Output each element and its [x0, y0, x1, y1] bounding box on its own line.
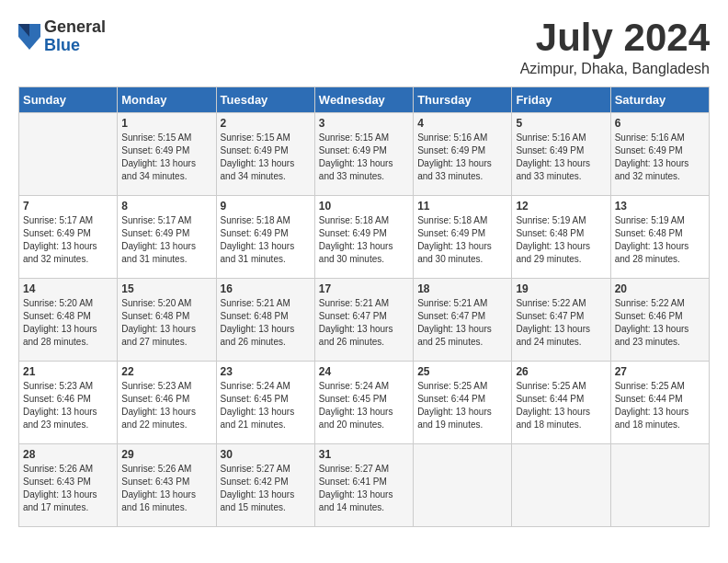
sunset-text: Sunset: 6:49 PM	[221, 144, 311, 157]
day-info: Sunrise: 5:26 AMSunset: 6:43 PMDaylight:…	[23, 463, 113, 514]
day-number: 24	[319, 365, 409, 378]
daylight-text: Daylight: 13 hours and 34 minutes.	[221, 157, 311, 183]
sunrise-text: Sunrise: 5:16 AM	[516, 132, 606, 144]
calendar-day-cell: 23Sunrise: 5:24 AMSunset: 6:45 PMDayligh…	[216, 362, 314, 444]
daylight-text: Daylight: 13 hours and 22 minutes.	[121, 406, 211, 431]
day-info: Sunrise: 5:24 AMSunset: 6:45 PMDaylight:…	[319, 380, 409, 431]
day-number: 29	[121, 448, 211, 461]
sunset-text: Sunset: 6:44 PM	[615, 393, 705, 406]
calendar-header-cell: Sunday	[19, 87, 118, 113]
daylight-text: Daylight: 13 hours and 29 minutes.	[516, 240, 606, 266]
day-number: 30	[221, 448, 311, 461]
sunset-text: Sunset: 6:49 PM	[319, 227, 409, 240]
sunrise-text: Sunrise: 5:24 AM	[221, 380, 311, 393]
calendar-week-row: 1Sunrise: 5:15 AMSunset: 6:49 PMDaylight…	[19, 113, 710, 196]
sunset-text: Sunset: 6:45 PM	[221, 393, 311, 406]
day-number: 12	[516, 200, 606, 213]
sunset-text: Sunset: 6:45 PM	[319, 393, 409, 406]
calendar-day-cell	[610, 444, 709, 527]
daylight-text: Daylight: 13 hours and 19 minutes.	[417, 406, 507, 431]
sunrise-text: Sunrise: 5:25 AM	[615, 380, 705, 393]
day-info: Sunrise: 5:25 AMSunset: 6:44 PMDaylight:…	[615, 380, 705, 431]
calendar-day-cell: 15Sunrise: 5:20 AMSunset: 6:48 PMDayligh…	[118, 279, 216, 362]
sunrise-text: Sunrise: 5:23 AM	[121, 380, 211, 393]
sunset-text: Sunset: 6:42 PM	[221, 476, 311, 488]
calendar-day-cell: 19Sunrise: 5:22 AMSunset: 6:47 PMDayligh…	[512, 279, 610, 362]
day-number: 31	[319, 448, 409, 461]
calendar-day-cell: 20Sunrise: 5:22 AMSunset: 6:46 PMDayligh…	[610, 279, 709, 362]
sunrise-text: Sunrise: 5:19 AM	[516, 214, 606, 227]
sunrise-text: Sunrise: 5:23 AM	[23, 380, 113, 393]
calendar-day-cell: 2Sunrise: 5:15 AMSunset: 6:49 PMDaylight…	[216, 113, 314, 196]
calendar-day-cell: 16Sunrise: 5:21 AMSunset: 6:48 PMDayligh…	[216, 279, 314, 362]
sunrise-text: Sunrise: 5:25 AM	[516, 380, 606, 393]
daylight-text: Daylight: 13 hours and 33 minutes.	[417, 157, 507, 183]
month-title: July 2024	[520, 18, 710, 57]
calendar-header-cell: Tuesday	[216, 87, 314, 113]
sunset-text: Sunset: 6:48 PM	[516, 227, 606, 240]
sunset-text: Sunset: 6:44 PM	[417, 393, 507, 406]
calendar-day-cell: 27Sunrise: 5:25 AMSunset: 6:44 PMDayligh…	[610, 362, 709, 444]
sunrise-text: Sunrise: 5:24 AM	[319, 380, 409, 393]
calendar-day-cell: 9Sunrise: 5:18 AMSunset: 6:49 PMDaylight…	[216, 196, 314, 279]
logo-general: General	[44, 18, 106, 37]
day-info: Sunrise: 5:22 AMSunset: 6:47 PMDaylight:…	[516, 297, 606, 349]
day-number: 28	[23, 448, 113, 461]
calendar-day-cell: 11Sunrise: 5:18 AMSunset: 6:49 PMDayligh…	[414, 196, 512, 279]
day-info: Sunrise: 5:22 AMSunset: 6:46 PMDaylight:…	[615, 297, 705, 349]
daylight-text: Daylight: 13 hours and 18 minutes.	[615, 406, 705, 431]
day-number: 6	[615, 117, 705, 130]
title-area: July 2024 Azimpur, Dhaka, Bangladesh	[520, 18, 710, 77]
calendar-day-cell: 3Sunrise: 5:15 AMSunset: 6:49 PMDaylight…	[314, 113, 413, 196]
sunset-text: Sunset: 6:47 PM	[319, 310, 409, 323]
day-info: Sunrise: 5:19 AMSunset: 6:48 PMDaylight:…	[516, 214, 606, 266]
day-info: Sunrise: 5:25 AMSunset: 6:44 PMDaylight:…	[516, 380, 606, 431]
calendar-day-cell: 17Sunrise: 5:21 AMSunset: 6:47 PMDayligh…	[314, 279, 413, 362]
logo-icon	[18, 24, 40, 50]
daylight-text: Daylight: 13 hours and 26 minutes.	[221, 323, 311, 349]
day-number: 11	[417, 200, 507, 213]
daylight-text: Daylight: 13 hours and 26 minutes.	[319, 323, 409, 349]
sunset-text: Sunset: 6:47 PM	[516, 310, 606, 323]
logo: General Blue	[18, 18, 106, 55]
sunrise-text: Sunrise: 5:16 AM	[615, 132, 705, 144]
sunrise-text: Sunrise: 5:17 AM	[23, 214, 113, 227]
day-info: Sunrise: 5:18 AMSunset: 6:49 PMDaylight:…	[221, 214, 311, 266]
sunrise-text: Sunrise: 5:26 AM	[23, 463, 113, 476]
calendar-day-cell: 4Sunrise: 5:16 AMSunset: 6:49 PMDaylight…	[414, 113, 512, 196]
daylight-text: Daylight: 13 hours and 18 minutes.	[516, 406, 606, 431]
day-info: Sunrise: 5:16 AMSunset: 6:49 PMDaylight:…	[516, 132, 606, 183]
day-number: 4	[417, 117, 507, 130]
day-info: Sunrise: 5:23 AMSunset: 6:46 PMDaylight:…	[121, 380, 211, 431]
daylight-text: Daylight: 13 hours and 27 minutes.	[121, 323, 211, 349]
calendar-day-cell	[512, 444, 610, 527]
logo-text: General Blue	[44, 18, 106, 55]
calendar-day-cell: 29Sunrise: 5:26 AMSunset: 6:43 PMDayligh…	[118, 444, 216, 527]
sunrise-text: Sunrise: 5:17 AM	[121, 214, 211, 227]
sunset-text: Sunset: 6:41 PM	[319, 476, 409, 488]
calendar-header-cell: Monday	[118, 87, 216, 113]
calendar-week-row: 28Sunrise: 5:26 AMSunset: 6:43 PMDayligh…	[19, 444, 710, 527]
calendar-day-cell: 21Sunrise: 5:23 AMSunset: 6:46 PMDayligh…	[19, 362, 118, 444]
calendar-day-cell: 14Sunrise: 5:20 AMSunset: 6:48 PMDayligh…	[19, 279, 118, 362]
day-info: Sunrise: 5:15 AMSunset: 6:49 PMDaylight:…	[221, 132, 311, 183]
calendar-header-cell: Thursday	[414, 87, 512, 113]
sunrise-text: Sunrise: 5:22 AM	[615, 297, 705, 310]
day-number: 27	[615, 365, 705, 378]
day-number: 17	[319, 282, 409, 295]
daylight-text: Daylight: 13 hours and 28 minutes.	[615, 240, 705, 266]
sunset-text: Sunset: 6:46 PM	[615, 310, 705, 323]
day-number: 3	[319, 117, 409, 130]
day-number: 18	[417, 282, 507, 295]
sunrise-text: Sunrise: 5:15 AM	[319, 132, 409, 144]
day-number: 26	[516, 365, 606, 378]
calendar-body: 1Sunrise: 5:15 AMSunset: 6:49 PMDaylight…	[19, 113, 710, 527]
sunset-text: Sunset: 6:49 PM	[121, 144, 211, 157]
calendar-day-cell	[19, 113, 118, 196]
sunrise-text: Sunrise: 5:18 AM	[221, 214, 311, 227]
daylight-text: Daylight: 13 hours and 15 minutes.	[221, 488, 311, 514]
day-number: 10	[319, 200, 409, 213]
sunrise-text: Sunrise: 5:21 AM	[221, 297, 311, 310]
sunset-text: Sunset: 6:44 PM	[516, 393, 606, 406]
day-info: Sunrise: 5:16 AMSunset: 6:49 PMDaylight:…	[615, 132, 705, 183]
